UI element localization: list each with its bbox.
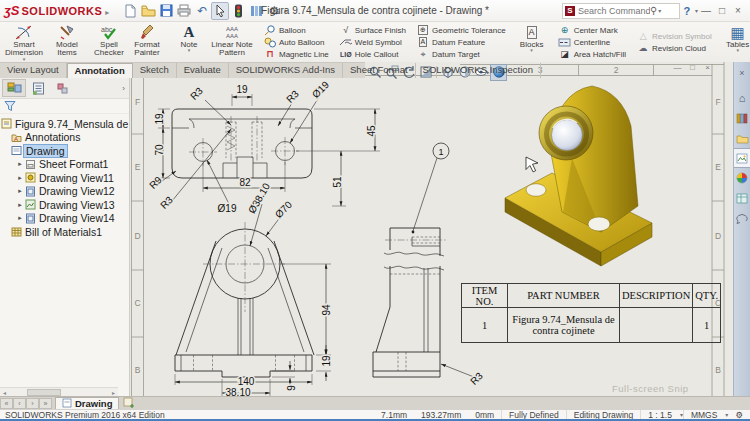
scroll-right-icon[interactable]: ▸ <box>109 389 118 396</box>
tab-solidworks-inspection[interactable]: SOLIDWORKS Inspection <box>416 63 541 78</box>
property-manager-tab[interactable] <box>26 79 50 97</box>
panel-horizontal-scrollbar[interactable]: ◂ ▸ <box>0 387 118 396</box>
tree-item-sheet-format1[interactable]: ▸ Sheet Format1 <box>0 158 129 172</box>
dim-r9[interactable]: R9 <box>147 174 164 191</box>
scroll-left-icon[interactable]: ◂ <box>0 389 9 396</box>
search-icon[interactable]: ⚲ <box>650 5 657 16</box>
restore-button[interactable]: □ <box>714 5 730 16</box>
minimize-button[interactable]: — <box>698 5 714 16</box>
dimensions-front-view[interactable]: 94 19 140 38.10 9 <box>175 264 332 396</box>
tab-annotation[interactable]: Annotation <box>67 63 133 78</box>
logo-flyout-icon[interactable]: ▸ <box>105 8 109 17</box>
sheet-tab-drawing[interactable]: Drawing <box>55 397 119 410</box>
options-caret-icon[interactable]: ▾ <box>284 7 287 14</box>
options-button[interactable]: ⚙ <box>265 2 283 20</box>
view-palette-icon[interactable] <box>734 148 750 168</box>
search-commands-box[interactable]: S ⚲ ▾ <box>562 3 680 19</box>
dim-51[interactable]: 51 <box>332 176 343 188</box>
task-pane-close-icon[interactable]: × <box>739 68 744 78</box>
close-button[interactable]: × <box>730 5 746 16</box>
blocks-button[interactable]: A Blocks ▾ <box>513 22 551 62</box>
hole-callout-button[interactable]: LIØHole Callout <box>339 48 406 60</box>
tree-item-annotations[interactable]: A Annotations <box>0 131 129 145</box>
doc-close-button[interactable]: × <box>700 63 715 72</box>
bom-table[interactable]: ITEM NO. PART NUMBER DESCRIPTION QTY. 1 … <box>461 283 721 343</box>
auto-balloon-button[interactable]: Auto Balloon <box>263 36 329 48</box>
dim-3810[interactable]: 38.10 <box>225 387 250 396</box>
file-properties-button[interactable] <box>247 2 265 20</box>
blocks-caret-icon[interactable]: ▾ <box>530 49 533 52</box>
solidworks-resources-icon[interactable]: ⌂ <box>734 88 750 108</box>
expand-icon[interactable]: ▸ <box>16 201 24 209</box>
save-button[interactable] <box>157 2 175 20</box>
format-painter-button[interactable]: Format Painter <box>128 22 166 62</box>
search-input[interactable] <box>578 6 650 16</box>
rebuild-button[interactable] <box>229 2 247 20</box>
dim-r3-b[interactable]: R3 <box>284 88 301 105</box>
dimensions-side-view[interactable]: R3 <box>441 364 485 387</box>
tree-item-view12[interactable]: ▸ Drawing View12 <box>0 185 129 199</box>
revision-cloud-button[interactable]: ☁Revision Cloud <box>636 42 712 54</box>
dim-d19-a[interactable]: Ø19 <box>310 79 331 100</box>
custom-properties-icon[interactable] <box>734 188 750 208</box>
tree-item-view14[interactable]: ▸ Drawing View14 <box>0 212 129 226</box>
tree-root-item[interactable]: Figura 9.74_Mensula de contra cojin <box>0 117 129 131</box>
drawing-view-front[interactable] <box>175 222 314 377</box>
drawing-view-top[interactable] <box>172 109 312 178</box>
note-button[interactable]: A Note ▾ <box>170 22 208 62</box>
expand-icon[interactable]: ▸ <box>16 214 24 222</box>
first-sheet-button[interactable]: « <box>0 398 13 409</box>
note-caret-icon[interactable]: ▾ <box>188 49 191 52</box>
dim-9[interactable]: 9 <box>286 385 297 391</box>
datum-feature-button[interactable]: ADatum Feature <box>416 36 506 48</box>
expand-icon[interactable]: ▸ <box>16 160 24 168</box>
tree-item-drawing[interactable]: Drawing <box>0 144 129 158</box>
appearances-scenes-icon[interactable] <box>734 168 750 188</box>
datum-target-button[interactable]: ⌖Datum Target <box>416 48 506 60</box>
tab-solidworks-add-ins[interactable]: SOLIDWORKS Add-Ins <box>229 63 343 78</box>
tab-evaluate[interactable]: Evaluate <box>177 63 229 78</box>
add-sheet-button[interactable] <box>123 397 135 410</box>
doc-restore-button[interactable]: □ <box>685 63 700 72</box>
print-button[interactable] <box>175 2 193 20</box>
dim-82[interactable]: 82 <box>239 177 251 188</box>
bom-row[interactable]: 1 Figura 9.74_Mensula de contra cojinete… <box>462 308 721 343</box>
dim-d70[interactable]: Ø70 <box>273 199 294 220</box>
expand-icon[interactable]: ▸ <box>16 187 24 195</box>
feature-manager-tab[interactable] <box>2 79 26 97</box>
tables-caret-icon[interactable]: ▾ <box>736 49 739 52</box>
help-button[interactable]: ? <box>680 5 694 17</box>
forum-icon[interactable] <box>734 208 750 228</box>
smart-dimension-button[interactable]: Smart Dimension ▾ <box>0 22 48 62</box>
doc-minimize-button[interactable]: — <box>670 63 685 72</box>
weld-symbol-button[interactable]: Weld Symbol <box>339 36 406 48</box>
dim-94[interactable]: 94 <box>321 304 332 316</box>
dim-140[interactable]: 140 <box>238 376 255 387</box>
balloon-1[interactable]: 1 <box>412 143 449 233</box>
dim-19-top[interactable]: 19 <box>236 84 248 95</box>
spell-checker-button[interactable]: abc Spell Checker <box>90 22 128 62</box>
tables-button[interactable]: ▦ Tables ▾ <box>719 22 750 62</box>
configuration-manager-tab[interactable] <box>50 79 74 97</box>
tree-item-view13[interactable]: ▸ Drawing View13 <box>0 198 129 212</box>
centerline-button[interactable]: Centerline <box>558 36 626 48</box>
dim-45[interactable]: 45 <box>366 125 377 137</box>
dim-r3-c[interactable]: R3 <box>158 194 175 211</box>
graphics-area[interactable]: 3 2 F E D C B F E D C B <box>130 62 733 396</box>
scrollbar-thumb[interactable] <box>27 389 61 396</box>
units-selector[interactable]: MMGS <box>683 410 724 420</box>
tab-view-layout[interactable]: View Layout <box>0 63 67 78</box>
drawing-view-isometric[interactable] <box>505 86 652 266</box>
area-hatch-button[interactable]: ◪Area Hatch/Fill <box>558 48 626 60</box>
revision-symbol-button[interactable]: △Revision Symbol <box>636 30 712 42</box>
dim-19-base[interactable]: 19 <box>321 355 332 367</box>
select-button[interactable] <box>211 2 229 20</box>
expand-icon[interactable]: ▸ <box>16 174 24 182</box>
surface-finish-button[interactable]: √Surface Finish <box>339 24 406 36</box>
sheet-scale[interactable]: 1 : 1.5 <box>640 410 679 420</box>
geometric-tolerance-button[interactable]: ⊕Geometric Tolerance <box>416 24 506 36</box>
filter-funnel-icon[interactable] <box>4 100 16 112</box>
next-sheet-button[interactable]: › <box>26 398 39 409</box>
new-document-button[interactable] <box>121 2 139 20</box>
last-sheet-button[interactable]: » <box>39 398 52 409</box>
